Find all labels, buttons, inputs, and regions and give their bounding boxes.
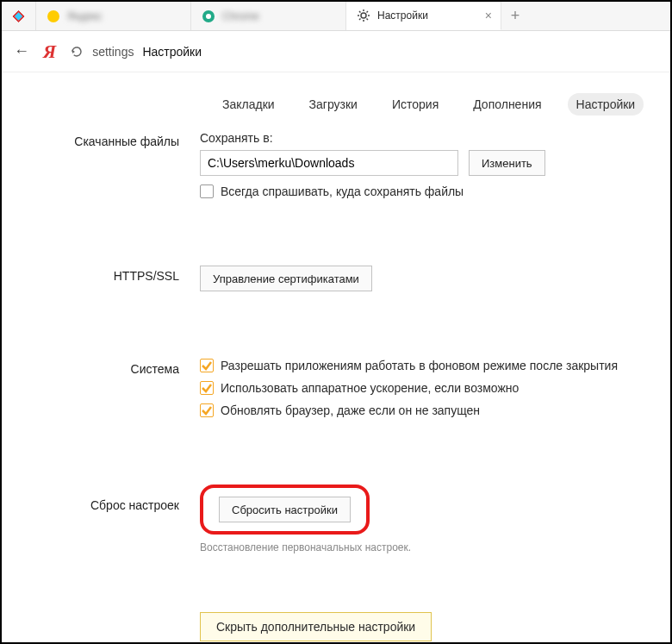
tab-settings[interactable]: Настройки × [346,2,501,30]
tab-1[interactable] [2,2,36,30]
svg-point-4 [206,14,211,19]
yandex-favicon-icon [47,9,60,23]
section-system-label: Система [2,359,200,376]
back-button[interactable]: ← [14,42,29,60]
reset-settings-button[interactable]: Сбросить настройки [219,497,351,522]
bg-apps-label: Разрешать приложениям работать в фоновом… [221,359,618,372]
subnav-downloads[interactable]: Загрузки [301,93,366,116]
manage-certificates-button[interactable]: Управление сертификатами [200,266,372,291]
update-bg-label: Обновлять браузер, даже если он не запущ… [221,403,480,417]
subnav-addons[interactable]: Дополнения [464,93,550,116]
toolbar: ← Я settings Настройки [2,31,670,72]
section-reset: Сброс настроек Сбросить настройки Восста… [2,485,670,578]
tab-2-label: Яндекс [67,10,102,22]
svg-line-10 [359,11,361,13]
address-prefix: settings [92,45,134,59]
change-path-button[interactable]: Изменить [469,150,545,176]
reload-icon[interactable] [70,45,84,59]
always-ask-label: Всегда спрашивать, куда сохранять файлы [221,184,464,198]
svg-line-13 [367,11,369,13]
section-downloads: Скачанные файлы Сохранять в: Изменить Вс… [2,131,670,222]
close-icon[interactable]: × [485,9,492,22]
section-reset-label: Сброс настроек [2,485,200,512]
download-path-input[interactable] [200,150,458,176]
section-https: HTTPS/SSL Управление сертификатами [2,266,670,316]
chrome-favicon-icon [202,9,215,23]
always-ask-checkbox[interactable] [200,184,214,198]
address-bar[interactable]: settings Настройки [70,45,202,59]
hw-accel-checkbox[interactable] [200,381,214,395]
section-downloads-label: Скачанные файлы [2,131,200,148]
tab-3[interactable]: Chrome [191,2,346,30]
reset-highlight: Сбросить настройки [200,485,370,535]
tab-active-label: Настройки [377,9,428,22]
svg-point-5 [361,13,366,18]
save-in-label: Сохранять в: [200,131,670,145]
yandex-logo-icon[interactable]: Я [43,41,56,63]
subnav-settings[interactable]: Настройки [568,93,644,116]
tab-3-label: Chrome [222,10,259,22]
section-https-label: HTTPS/SSL [2,266,200,283]
svg-line-12 [359,19,361,21]
bg-apps-checkbox[interactable] [200,359,214,372]
diamond-icon [12,9,25,23]
subnav-protect[interactable]: Protect [661,93,672,116]
svg-line-11 [367,19,369,21]
svg-marker-14 [72,50,75,53]
address-title: Настройки [142,45,202,59]
svg-point-2 [47,10,59,22]
subnav-history[interactable]: История [383,93,447,116]
section-system: Система Разрешать приложениям работать в… [2,359,670,441]
new-tab-button[interactable]: + [501,2,529,30]
gear-icon [357,9,370,22]
tab-2[interactable]: Яндекс [36,2,191,30]
tab-bar: Яндекс Chrome Настройки × + [2,2,670,31]
update-bg-checkbox[interactable] [200,403,214,417]
hw-accel-label: Использовать аппаратное ускорение, если … [221,381,519,395]
hide-advanced-button[interactable]: Скрыть дополнительные настройки [200,612,432,641]
section-hide-extra: Скрыть дополнительные настройки [2,612,670,644]
reset-note: Восстановление первоначальных настроек. [200,541,670,553]
subnav-bookmarks[interactable]: Закладки [214,93,283,116]
settings-subnav: Закладки Загрузки История Дополнения Нас… [2,72,670,131]
